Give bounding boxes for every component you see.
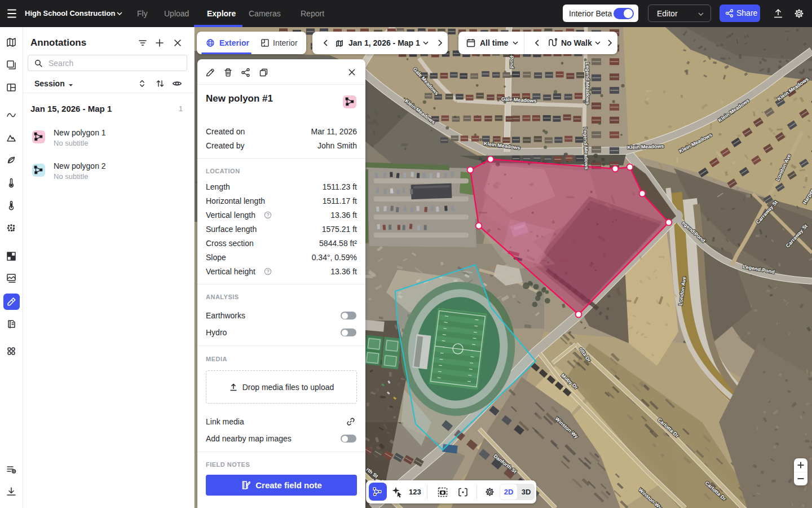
svg-text:Legend Meadows: Legend Meadows — [585, 62, 590, 104]
